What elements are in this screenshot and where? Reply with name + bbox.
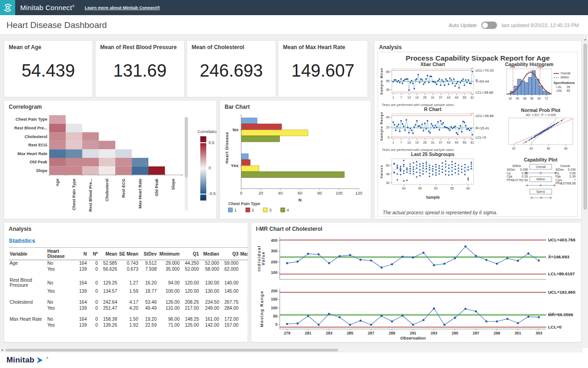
brand-name: Minitab Connect®	[20, 4, 74, 11]
svg-text:2: 2	[252, 208, 254, 212]
table-header: VariableHeart DiseaseNN*MeanSE MeanStDev…	[9, 248, 248, 260]
svg-text:35: 35	[566, 85, 570, 89]
svg-text:45: 45	[386, 173, 390, 176]
page-vertical-scrollbar[interactable]: ▲	[582, 37, 588, 348]
moving-range-chart: UCL=192.965M̅R̅=59.0596LCL=0050100150200…	[254, 287, 578, 342]
kpi-card-mean-of-cholesterol: Mean of Cholesterol 246.693	[187, 40, 276, 97]
svg-text:301: 301	[514, 331, 521, 335]
kpi-value: 149.607	[278, 61, 368, 81]
svg-text:25: 25	[423, 96, 427, 99]
svg-text:0: 0	[275, 322, 277, 327]
svg-text:0.39: 0.39	[522, 175, 528, 178]
svg-text:LSL: LSL	[510, 65, 516, 68]
svg-text:65: 65	[566, 89, 570, 92]
svg-text:281: 281	[305, 331, 311, 335]
svg-text:72: 72	[545, 97, 548, 100]
svg-text:Chest Pain Type: Chest Pain Type	[228, 201, 260, 206]
svg-text:400: 400	[271, 238, 277, 243]
heart-disease-bar-chart: 020406080100120NoYesNHeart DiseaseChest …	[224, 112, 367, 216]
auto-update-toggle[interactable]	[481, 22, 497, 29]
normal-prob-plot: Normal Prob PlotAD: 1.517, P: < 0.005204…	[505, 108, 577, 158]
svg-text:Xbar Chart: Xbar Chart	[420, 62, 445, 67]
svg-text:4: 4	[287, 208, 289, 212]
svg-text:Within: Within	[537, 178, 545, 181]
svg-text:StDev: StDev	[555, 168, 564, 171]
imr-chart-panel: I-MR Chart of Cholesterol UCL=403.766X̄=…	[251, 222, 582, 342]
svg-text:7: 7	[400, 96, 402, 99]
svg-text:LCL=38.68: LCL=38.68	[475, 90, 493, 95]
svg-text:Overall: Overall	[560, 164, 570, 167]
auto-update-label: Auto Update	[449, 22, 477, 28]
svg-text:Observation: Observation	[400, 335, 426, 340]
table-row: Yes1390139.261.9222.5971.00125.00142.001…	[9, 322, 248, 328]
kpi-card-mean-of-rest-blood-pressure: Mean of Rest Blood Pressure 131.69	[95, 40, 185, 97]
svg-text:*: *	[574, 178, 576, 182]
svg-text:Slope: Slope	[36, 168, 47, 173]
svg-text:3: 3	[269, 208, 271, 212]
svg-text:40: 40	[516, 97, 520, 100]
svg-text:65: 65	[386, 70, 390, 73]
panel-title: Bar Chart	[225, 104, 250, 110]
svg-text:61: 61	[470, 96, 474, 99]
svg-text:55: 55	[386, 79, 390, 83]
statistics-heading: Statistics	[9, 237, 35, 244]
svg-text:19: 19	[415, 96, 419, 99]
column-header: Minimum	[158, 248, 181, 260]
sixpack-right-column: Capability HistogramLSLUSL324048566472Ov…	[505, 62, 577, 215]
panel-title: Analysis	[9, 226, 31, 232]
svg-text:287: 287	[368, 331, 374, 335]
svg-text:55: 55	[450, 187, 454, 190]
svg-text:UCL=39.66: UCL=39.66	[475, 114, 494, 118]
process-capability-sixpack-graph: Process Capability Sixpack Report for Ag…	[378, 52, 578, 217]
svg-text:283: 283	[326, 331, 332, 335]
svg-text:1: 1	[392, 96, 394, 99]
kpi-card-mean-of-max-heart-rate: Mean of Max Heart Rate 149.607	[278, 40, 368, 97]
svg-text:25: 25	[423, 141, 427, 144]
learn-more-link[interactable]: Learn more about Minitab Connect®	[85, 5, 160, 10]
kpi-label: Mean of Max Heart Rate	[283, 44, 345, 50]
scroll-left-arrow[interactable]: ◄	[0, 348, 4, 351]
footer-brand-text: Minitab	[6, 356, 34, 365]
correlation-colorbar	[200, 136, 206, 201]
table-row: Yes1390134.571.5918.77100.00120.00130.00…	[9, 288, 248, 294]
svg-text:Sample: Sample	[426, 195, 440, 200]
svg-text:50: 50	[434, 187, 438, 190]
panel-title: Analysis	[379, 44, 401, 50]
svg-text:60: 60	[298, 191, 302, 195]
column-header: Q3	[220, 248, 239, 260]
svg-text:Overall: Overall	[536, 165, 546, 168]
svg-text:USL: USL	[537, 65, 543, 68]
correlogram-scrollbar[interactable]	[185, 117, 188, 211]
scrollbar-thumb[interactable]	[6, 349, 338, 351]
svg-text:300: 300	[271, 249, 277, 253]
svg-text:1: 1	[234, 208, 237, 212]
colorbar-tick-label: 0.5	[209, 140, 215, 145]
footer-registered-mark: ®	[46, 357, 48, 360]
scrollbar-thumb[interactable]	[185, 117, 188, 178]
svg-text:Chest Pain Type: Chest Pain Type	[16, 117, 47, 122]
last-25-subgroups-chart: Last 25 Subgroups3045604045505560ValuesS…	[379, 152, 504, 202]
svg-text:X̿=54.44: X̿=54.44	[475, 79, 489, 84]
svg-text:40: 40	[530, 147, 533, 150]
svg-text:60: 60	[466, 187, 470, 190]
svg-text:Overall: Overall	[560, 72, 571, 75]
svg-text:LCL=0: LCL=0	[548, 324, 561, 329]
page-horizontal-scrollbar[interactable]: ◄	[0, 348, 582, 352]
table-spacer-row	[9, 294, 248, 299]
svg-text:61: 61	[470, 141, 474, 144]
svg-text:Rest ECG: Rest ECG	[121, 178, 126, 198]
scrollbar-thumb[interactable]	[583, 44, 587, 210]
svg-text:LCL=89.6197: LCL=89.6197	[548, 271, 575, 276]
table-row: AgeNo164052.5850.7439.51229.00044.25052.…	[9, 260, 248, 267]
table-spacer-row	[9, 272, 248, 277]
svg-text:30: 30	[386, 181, 390, 184]
svg-text:56: 56	[530, 97, 534, 100]
table-row: Rest Blood PressureNo1640129.251.2716.20…	[9, 277, 248, 288]
svg-text:UCL=192.965: UCL=192.965	[548, 290, 576, 295]
column-header: Q1	[181, 248, 200, 260]
svg-text:UCL=70.20: UCL=70.20	[475, 68, 494, 72]
scroll-up-arrow[interactable]: ▲	[582, 38, 588, 41]
table-row: Max Heart RateNo1640158.381.5019.2096.00…	[9, 316, 248, 322]
svg-text:40: 40	[402, 187, 406, 190]
svg-text:80: 80	[564, 147, 568, 150]
